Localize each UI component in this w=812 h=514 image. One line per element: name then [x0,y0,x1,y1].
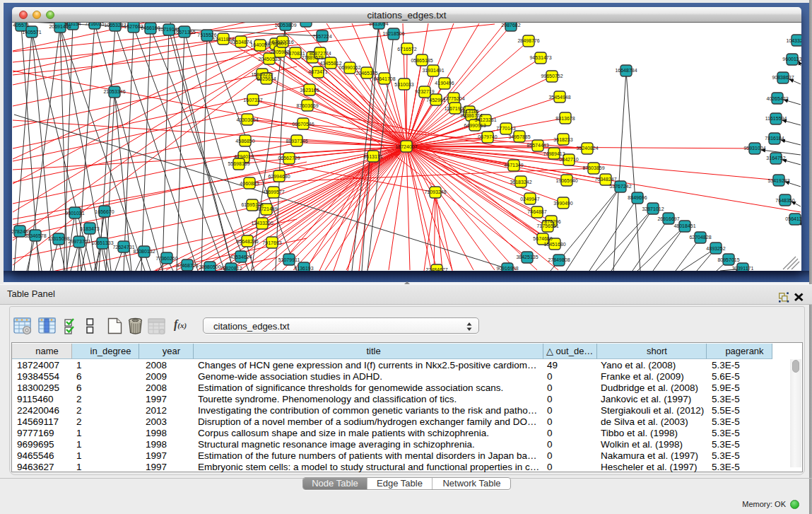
svg-text:55698169: 55698169 [228,161,249,166]
svg-text:80957015: 80957015 [717,257,739,262]
svg-text:7216035: 7216035 [85,23,104,26]
svg-text:74989413: 74989413 [543,151,565,156]
svg-text:4190496: 4190496 [435,81,454,86]
svg-text:06562729: 06562729 [278,156,300,160]
svg-text:3164752: 3164752 [766,156,785,160]
svg-text:38721489: 38721489 [255,206,277,211]
svg-text:43303654: 43303654 [236,117,258,122]
svg-text:36183242: 36183242 [510,180,531,185]
svg-text:19065940: 19065940 [555,178,577,183]
svg-text:1607337: 1607337 [243,98,262,103]
svg-text:78820812: 78820812 [220,266,242,271]
svg-text:16671355: 16671355 [173,30,195,35]
svg-text:35454948: 35454948 [548,95,570,100]
svg-text:35240824: 35240824 [576,146,598,151]
svg-text:94531473: 94531473 [529,55,551,60]
svg-text:9301031: 9301031 [65,211,84,216]
svg-text:7770143: 7770143 [496,126,515,131]
svg-text:6025634: 6025634 [257,76,276,81]
svg-text:43699577: 43699577 [262,189,284,194]
svg-text:65648236: 65648236 [236,239,258,244]
svg-text:7648350: 7648350 [775,198,794,203]
svg-text:26916697: 26916697 [657,216,679,221]
svg-text:3990490: 3990490 [553,201,572,206]
svg-text:95931034: 95931034 [743,146,765,151]
svg-text:72624731: 72624731 [112,245,134,250]
svg-text:38425135: 38425135 [516,255,538,259]
svg-text:21053346: 21053346 [103,89,125,94]
svg-text:27484677: 27484677 [425,267,447,271]
svg-text:13433200: 13433200 [251,221,273,226]
svg-text:43534624: 43534624 [230,255,252,259]
svg-text:71093248: 71093248 [424,189,446,194]
svg-text:10653287: 10653287 [104,23,126,28]
svg-text:99650752: 99650752 [541,74,563,78]
svg-text:9136193: 9136193 [294,266,313,271]
svg-text:47468723: 47468723 [176,263,198,268]
svg-text:7917693: 7917693 [262,240,281,245]
svg-text:30980500: 30980500 [199,264,220,269]
svg-text:9600133: 9600133 [782,57,801,62]
svg-text:90916998: 90916998 [496,266,518,271]
svg-text:4873471: 4873471 [308,69,327,74]
svg-text:16053809: 16053809 [274,23,296,28]
svg-text:51079911: 51079911 [278,257,300,262]
svg-text:4471349: 4471349 [504,163,523,168]
svg-text:40265423: 40265423 [766,96,788,101]
svg-text:93534874: 93534874 [230,40,252,45]
svg-text:38346578: 38346578 [24,233,46,238]
svg-text:0249947: 0249947 [520,197,539,201]
svg-text:5183473: 5183473 [80,226,99,231]
svg-text:19218506: 19218506 [382,31,404,36]
svg-text:903154: 903154 [64,23,81,26]
svg-text:85574443: 85574443 [526,143,548,148]
svg-text:2087682: 2087682 [501,23,520,28]
svg-text:64641708: 64641708 [373,76,395,81]
svg-text:64990913: 64990913 [464,123,486,128]
svg-text:10651333: 10651333 [91,240,113,245]
svg-text:6716572: 6716572 [397,47,416,52]
svg-text:8613171: 8613171 [363,154,382,159]
svg-text:87603669: 87603669 [296,103,318,108]
svg-text:13315098: 13315098 [47,236,69,241]
svg-text:70348247: 70348247 [594,177,616,182]
svg-text:7816184: 7816184 [765,136,784,141]
svg-text:20450533: 20450533 [258,57,280,62]
svg-text:31931491: 31931491 [422,68,444,73]
svg-text:3518233: 3518233 [553,137,572,142]
svg-text:4586850: 4586850 [235,139,254,144]
svg-text:4893252: 4893252 [706,246,725,251]
svg-text:30391171: 30391171 [732,266,754,271]
svg-text:71756551: 71756551 [536,223,558,228]
svg-text:29973763: 29973763 [68,239,90,244]
svg-text:88937346: 88937346 [286,139,307,144]
svg-text:405571: 405571 [13,23,29,28]
svg-text:27849808: 27849808 [548,257,570,262]
svg-text:7357224: 7357224 [312,34,331,39]
svg-text:1656670: 1656670 [95,209,114,214]
svg-text:86872774: 86872774 [309,51,331,56]
svg-text:27889579: 27889579 [301,55,323,60]
svg-text:4060883: 4060883 [240,181,259,186]
svg-text:1405571: 1405571 [22,30,41,35]
svg-text:11615594: 11615594 [765,116,787,121]
svg-text:15451680: 15451680 [543,242,565,247]
svg-text:8152214: 8152214 [296,23,315,23]
svg-text:18724007: 18724007 [395,144,417,149]
svg-text:5674680: 5674680 [533,236,552,241]
svg-text:90838637: 90838637 [772,75,794,80]
svg-text:06990162: 06990162 [339,65,360,70]
svg-text:67632016: 67632016 [271,40,293,45]
svg-text:0679740: 0679740 [478,134,497,139]
svg-text:9232719: 9232719 [415,89,434,94]
svg-text:62704828: 62704828 [689,235,711,240]
svg-text:34957885: 34957885 [508,134,530,139]
svg-text:34123281: 34123281 [474,117,496,122]
svg-text:3623166: 3623166 [300,88,319,93]
svg-text:16648784: 16648784 [615,68,637,73]
svg-text:0842710: 0842710 [559,157,578,162]
svg-text:8849696: 8849696 [628,195,647,200]
svg-text:47775204: 47775204 [442,96,464,101]
svg-text:81080132: 81080132 [133,249,155,254]
svg-text:5310033: 5310033 [394,82,413,87]
